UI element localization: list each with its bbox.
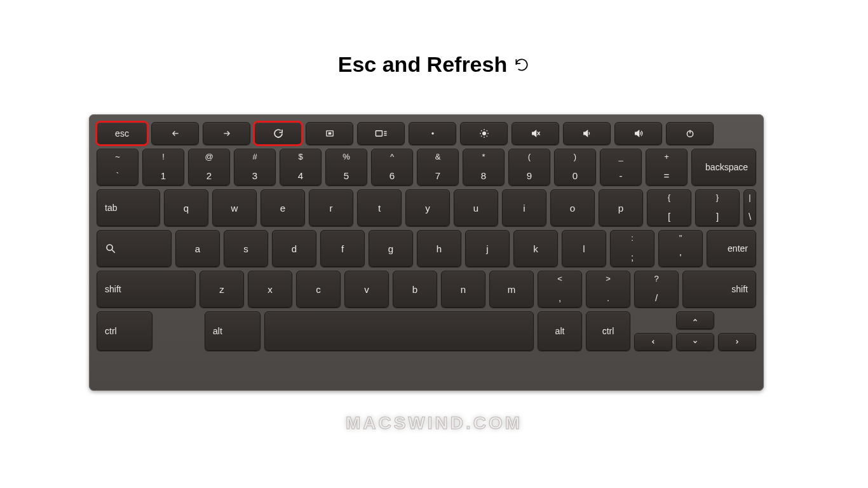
svg-rect-1 xyxy=(376,131,382,137)
key-3[interactable]: #3 xyxy=(234,149,276,186)
key-slash[interactable]: ?/ xyxy=(634,271,679,308)
key-label: n xyxy=(461,284,466,295)
key-back[interactable] xyxy=(151,122,199,145)
key-d[interactable]: d xyxy=(272,230,316,267)
key-5[interactable]: %5 xyxy=(325,149,367,186)
key-label: enter xyxy=(728,243,748,254)
key-forward[interactable] xyxy=(203,122,250,145)
key-brightness-down[interactable] xyxy=(409,122,456,145)
key-6[interactable]: ^6 xyxy=(371,149,413,186)
key-j[interactable]: j xyxy=(465,230,510,267)
key-backspace[interactable]: backspace xyxy=(691,149,756,186)
key-9[interactable]: (9 xyxy=(508,149,550,186)
key-semicolon[interactable]: :; xyxy=(610,230,654,267)
key-x[interactable]: x xyxy=(248,271,292,308)
search-icon xyxy=(105,243,116,254)
key-0[interactable]: )0 xyxy=(554,149,596,186)
key-alt-right[interactable]: alt xyxy=(538,311,582,351)
key-volume-up[interactable] xyxy=(614,122,662,145)
key-p[interactable]: p xyxy=(599,189,643,226)
key-enter[interactable]: enter xyxy=(707,230,756,267)
key-g[interactable]: g xyxy=(369,230,413,267)
key-refresh[interactable] xyxy=(254,122,302,145)
key-label: g xyxy=(388,243,393,254)
key-label: x xyxy=(268,284,273,295)
key-fullscreen[interactable] xyxy=(306,122,353,145)
key-8[interactable]: *8 xyxy=(463,149,505,186)
key-label: u xyxy=(473,203,478,214)
key-search[interactable] xyxy=(97,230,172,267)
svg-point-11 xyxy=(107,245,112,250)
key-space[interactable] xyxy=(264,311,534,351)
shift-row: shift z x c v b n m <, >. ?/ shift xyxy=(97,271,756,308)
fullscreen-icon xyxy=(325,129,335,138)
page-title: Esc and Refresh xyxy=(0,52,868,77)
key-shift-left[interactable]: shift xyxy=(97,271,196,308)
key-t[interactable]: t xyxy=(357,189,402,226)
key-alt-left[interactable]: alt xyxy=(205,311,261,351)
qwerty-row: tab q w e r t y u i o p {[ }] |\ xyxy=(97,189,756,226)
chevron-right-icon xyxy=(734,338,740,346)
key-brightness-up[interactable] xyxy=(460,122,508,145)
key-r[interactable]: r xyxy=(309,189,353,226)
arrow-cluster xyxy=(634,311,756,351)
key-h[interactable]: h xyxy=(417,230,461,267)
key-c[interactable]: c xyxy=(296,271,341,308)
volume-down-icon xyxy=(582,128,592,139)
key-y[interactable]: y xyxy=(405,189,450,226)
key-comma[interactable]: <, xyxy=(538,271,582,308)
key-power[interactable] xyxy=(666,122,714,145)
key-2[interactable]: @2 xyxy=(188,149,230,186)
key-label: i xyxy=(523,203,525,214)
key-ctrl-right[interactable]: ctrl xyxy=(586,311,630,351)
key-bracket-left[interactable]: {[ xyxy=(647,189,691,226)
key-tab[interactable]: tab xyxy=(97,189,160,226)
svg-line-12 xyxy=(112,250,115,253)
key-esc[interactable]: esc xyxy=(97,122,147,145)
key-backtick[interactable]: ~` xyxy=(97,149,139,186)
key-a[interactable]: a xyxy=(175,230,220,267)
key-o[interactable]: o xyxy=(550,189,595,226)
key-bracket-right[interactable]: }] xyxy=(695,189,740,226)
key-i[interactable]: i xyxy=(502,189,546,226)
key-arrow-right[interactable] xyxy=(718,333,756,351)
key-q[interactable]: q xyxy=(164,189,208,226)
mute-icon xyxy=(530,128,541,139)
key-ctrl-left[interactable]: ctrl xyxy=(97,311,153,351)
key-k[interactable]: k xyxy=(513,230,558,267)
bottom-row: ctrl alt alt ctrl xyxy=(97,311,756,351)
chevron-left-icon xyxy=(650,338,656,346)
key-n[interactable]: n xyxy=(441,271,485,308)
key-minus[interactable]: _- xyxy=(600,149,642,186)
key-period[interactable]: >. xyxy=(586,271,630,308)
key-s[interactable]: s xyxy=(224,230,268,267)
key-7[interactable]: &7 xyxy=(417,149,459,186)
key-backslash[interactable]: |\ xyxy=(743,189,756,226)
key-1[interactable]: !1 xyxy=(142,149,184,186)
key-e[interactable]: e xyxy=(261,189,305,226)
key-volume-down[interactable] xyxy=(563,122,611,145)
key-label: d xyxy=(292,243,297,254)
brightness-up-icon xyxy=(478,128,490,139)
key-shift-right[interactable]: shift xyxy=(682,271,756,308)
key-arrow-up[interactable] xyxy=(676,311,714,329)
arrow-right-icon xyxy=(221,129,233,138)
key-quote[interactable]: "' xyxy=(658,230,703,267)
key-f[interactable]: f xyxy=(320,230,365,267)
key-z[interactable]: z xyxy=(200,271,244,308)
key-b[interactable]: b xyxy=(393,271,437,308)
key-v[interactable]: v xyxy=(344,271,389,308)
key-mute[interactable] xyxy=(512,122,559,145)
key-arrow-left[interactable] xyxy=(634,333,672,351)
function-row: esc xyxy=(97,122,756,145)
key-w[interactable]: w xyxy=(212,189,257,226)
key-overview[interactable] xyxy=(357,122,405,145)
key-u[interactable]: u xyxy=(454,189,498,226)
key-arrow-down[interactable] xyxy=(676,333,714,351)
key-equals[interactable]: += xyxy=(646,149,688,186)
key-m[interactable]: m xyxy=(489,271,534,308)
key-label: r xyxy=(330,203,333,214)
key-l[interactable]: l xyxy=(562,230,606,267)
key-4[interactable]: $4 xyxy=(280,149,322,186)
key-label: h xyxy=(437,243,442,254)
